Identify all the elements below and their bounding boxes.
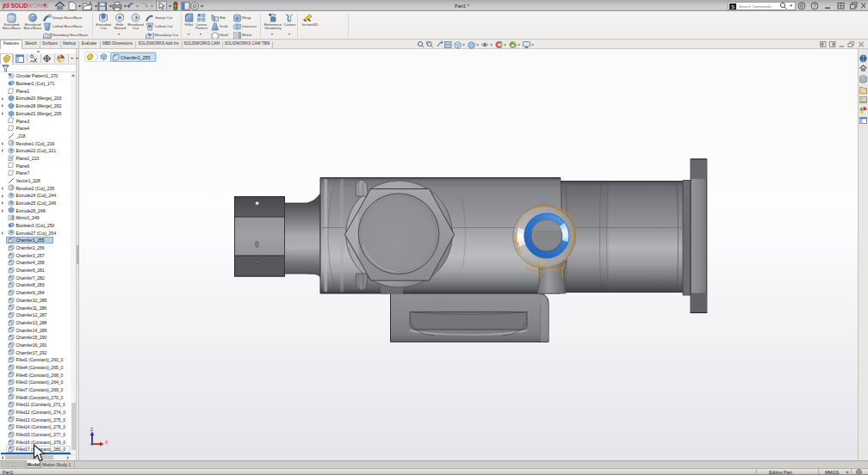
svg-text:?: ? [813, 3, 816, 9]
svg-text:X: X [105, 440, 108, 445]
svg-text:Z: Z [90, 427, 93, 432]
